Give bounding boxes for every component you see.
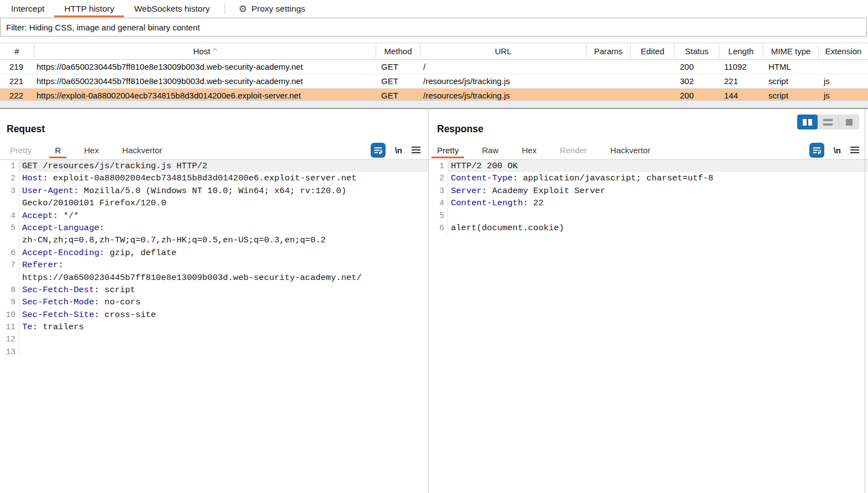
editor-line[interactable]: Gecko/20100101 Firefox/120.0 bbox=[0, 197, 428, 209]
editor-line[interactable]: 3Server: Academy Exploit Server bbox=[429, 185, 868, 197]
tab-pretty[interactable]: Pretty bbox=[10, 141, 32, 159]
tab-hackvertor[interactable]: Hackvertor bbox=[122, 141, 163, 159]
column-header-mime-type[interactable]: MIME type bbox=[763, 43, 819, 59]
cell-params bbox=[586, 60, 631, 74]
split-columns-button[interactable] bbox=[797, 115, 818, 129]
tab-render[interactable]: Render bbox=[560, 141, 587, 159]
editor-line[interactable]: 6Accept-Encoding: gzip, deflate bbox=[0, 247, 428, 259]
response-editor-toolbar: \n bbox=[809, 141, 859, 159]
cell-status: 302 bbox=[675, 74, 719, 88]
tab-raw[interactable]: Raw bbox=[482, 141, 498, 159]
cell-url: /resources/js/tracking.js bbox=[420, 74, 586, 88]
table-row[interactable]: 219https://0a6500230445b7ff810e8e13009b0… bbox=[0, 60, 868, 74]
editor-line[interactable]: 5Accept-Language: bbox=[0, 222, 428, 234]
cell-extension bbox=[819, 60, 868, 74]
line-content: Gecko/20100101 Firefox/120.0 bbox=[19, 197, 428, 209]
word-wrap-icon bbox=[373, 146, 383, 155]
column-header-url[interactable]: URL bbox=[420, 43, 586, 59]
tab-hex[interactable]: Hex bbox=[84, 141, 99, 159]
line-number: 5 bbox=[0, 222, 19, 234]
line-content bbox=[19, 333, 428, 345]
table-row[interactable]: 221https://0a6500230445b7ff810e8e13009b0… bbox=[0, 74, 868, 89]
tab-hackvertor[interactable]: Hackvertor bbox=[610, 141, 651, 159]
tab-websockets-history[interactable]: WebSockets history bbox=[134, 0, 210, 18]
editor-line[interactable]: 5 bbox=[429, 210, 868, 222]
editor-menu-button[interactable] bbox=[412, 147, 420, 154]
request-editor-tabs: PrettyRHexHackvertor bbox=[0, 141, 428, 160]
newline-toggle-button[interactable]: \n bbox=[395, 146, 402, 155]
line-content: Content-Length: 22 bbox=[448, 197, 868, 209]
editor-line[interactable]: zh-CN,zh;q=0.8,zh-TW;q=0.7,zh-HK;q=0.5,e… bbox=[0, 234, 428, 246]
filter-bar[interactable]: Filter: Hiding CSS, image and general bi… bbox=[0, 18, 867, 37]
editor-line[interactable]: 4Accept: */* bbox=[0, 210, 428, 222]
editor-line[interactable]: 4Content-Length: 22 bbox=[429, 197, 868, 209]
cell-length: 11092 bbox=[719, 60, 763, 74]
column-header-host[interactable]: Host^ bbox=[34, 43, 376, 59]
table-scrollbar-track[interactable] bbox=[0, 100, 868, 109]
split-rows-button[interactable] bbox=[818, 115, 839, 129]
column-header-params[interactable]: Params bbox=[586, 43, 631, 59]
gear-icon: ⚙ bbox=[238, 4, 247, 14]
editor-line[interactable]: 2Host: exploit-0a88002004ecb734815b8d3d0… bbox=[0, 172, 428, 184]
editor-line[interactable]: 11Te: trailers bbox=[0, 321, 428, 333]
line-content: Sec-Fetch-Site: cross-site bbox=[19, 309, 428, 321]
word-wrap-button[interactable] bbox=[371, 143, 386, 158]
column-label: MIME type bbox=[771, 46, 811, 56]
column-header-method[interactable]: Method bbox=[376, 43, 420, 59]
editor-line[interactable]: 2Content-Type: application/javascript; c… bbox=[429, 172, 868, 184]
cell-host: https://0a6500230445b7ff810e8e13009b003d… bbox=[34, 74, 376, 88]
line-number: 1 bbox=[429, 160, 448, 172]
line-number: 3 bbox=[0, 185, 19, 197]
request-editor[interactable]: 1GET /resources/js/tracking.js HTTP/22Ho… bbox=[0, 160, 428, 493]
hamburger-menu-icon bbox=[850, 147, 859, 148]
line-number: 10 bbox=[0, 309, 19, 321]
editor-line[interactable]: 13 bbox=[0, 346, 428, 358]
line-content bbox=[19, 346, 428, 358]
word-wrap-button[interactable] bbox=[809, 143, 824, 158]
editor-line[interactable]: https://0a6500230445b7ff810e8e13009b003d… bbox=[0, 272, 428, 284]
line-number: 6 bbox=[429, 222, 448, 234]
line-content: Te: trailers bbox=[19, 321, 428, 333]
tab-intercept[interactable]: Intercept bbox=[11, 0, 44, 18]
tab-hex[interactable]: Hex bbox=[522, 141, 537, 159]
tab-http-history[interactable]: HTTP history bbox=[64, 0, 114, 18]
cell-host: https://0a6500230445b7ff810e8e13009b003d… bbox=[34, 60, 376, 74]
newline-toggle-button[interactable]: \n bbox=[834, 146, 841, 155]
editor-line[interactable]: 8Sec-Fetch-Dest: script bbox=[0, 284, 428, 296]
tabbar-separator bbox=[225, 3, 225, 14]
column-label: Method bbox=[384, 46, 412, 56]
proxy-settings-button[interactable]: ⚙ Proxy settings bbox=[238, 4, 305, 14]
cell-num: 221 bbox=[0, 74, 34, 88]
cell-extension: js bbox=[819, 74, 868, 88]
column-header-length[interactable]: Length bbox=[719, 43, 763, 59]
proxy-tabs: InterceptHTTP historyWebSockets history bbox=[0, 0, 210, 18]
column-header-edited[interactable]: Edited bbox=[631, 43, 675, 59]
column-header-status[interactable]: Status bbox=[675, 43, 719, 59]
editor-line[interactable]: 1HTTP/2 200 OK bbox=[429, 160, 868, 172]
editor-line[interactable]: 6alert(document.cookie) bbox=[429, 222, 868, 234]
line-number: 2 bbox=[429, 172, 448, 184]
column-header-extension[interactable]: Extension bbox=[819, 43, 868, 59]
line-number: 2 bbox=[0, 172, 19, 184]
table-header-row: #Host^MethodURLParamsEditedStatusLengthM… bbox=[0, 43, 868, 60]
cell-method: GET bbox=[376, 60, 420, 74]
response-panel-title: Response bbox=[437, 123, 484, 135]
line-number: 13 bbox=[0, 346, 19, 358]
response-editor[interactable]: 1HTTP/2 200 OK2Content-Type: application… bbox=[429, 160, 868, 493]
editor-line[interactable]: 3User-Agent: Mozilla/5.0 (Windows NT 10.… bbox=[0, 185, 428, 197]
single-panel-button[interactable] bbox=[839, 115, 859, 129]
line-number: 6 bbox=[0, 247, 19, 259]
tab-r[interactable]: R bbox=[55, 141, 61, 159]
editor-line[interactable]: 9Sec-Fetch-Mode: no-cors bbox=[0, 296, 428, 308]
column-header-num[interactable]: # bbox=[0, 43, 34, 59]
editor-line[interactable]: 10Sec-Fetch-Site: cross-site bbox=[0, 309, 428, 321]
editor-menu-button[interactable] bbox=[850, 147, 859, 154]
tab-pretty[interactable]: Pretty bbox=[437, 141, 459, 159]
editor-line[interactable]: 12 bbox=[0, 333, 428, 345]
column-label: URL bbox=[495, 46, 511, 56]
editor-line[interactable]: 1GET /resources/js/tracking.js HTTP/2 bbox=[0, 160, 428, 172]
editor-line[interactable]: 7Referer: bbox=[0, 259, 428, 271]
cell-mime-type: HTML bbox=[763, 60, 819, 74]
column-label: Status bbox=[685, 46, 709, 56]
cell-length: 221 bbox=[719, 74, 763, 88]
